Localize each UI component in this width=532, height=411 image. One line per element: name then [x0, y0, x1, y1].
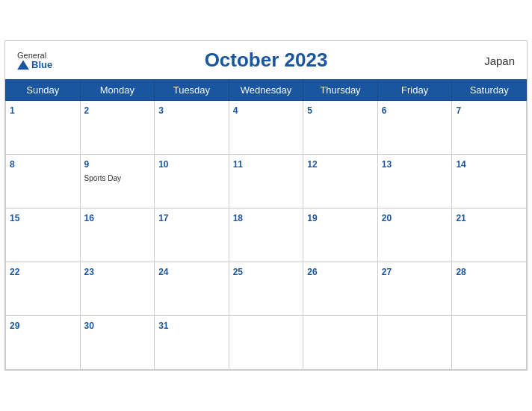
- logo-icon: [17, 60, 29, 70]
- day-header-saturday: Saturday: [452, 80, 527, 101]
- date-number: 3: [158, 105, 164, 116]
- date-number: 11: [233, 159, 243, 170]
- calendar-cell: 29: [6, 316, 81, 370]
- day-headers-row: SundayMondayTuesdayWednesdayThursdayFrid…: [6, 80, 527, 101]
- calendar-cell: [229, 316, 303, 370]
- day-header-monday: Monday: [80, 80, 155, 101]
- calendar-cell: 23: [80, 262, 155, 316]
- week-row-1: 89Sports Day1011121314: [6, 155, 527, 208]
- country-label: Japan: [484, 54, 515, 67]
- calendar-cell: [303, 316, 378, 370]
- date-number: 17: [158, 213, 168, 223]
- calendar-cell: 12: [303, 155, 378, 208]
- date-number: 31: [158, 321, 168, 331]
- date-number: 8: [10, 159, 15, 170]
- date-number: 10: [158, 159, 168, 170]
- date-number: 7: [456, 105, 461, 116]
- calendar-cell: 1: [6, 101, 81, 155]
- event-label: Sports Day: [84, 174, 121, 182]
- calendar-cell: 10: [155, 155, 229, 208]
- date-number: 13: [382, 159, 392, 170]
- calendar-cell: 18: [229, 208, 303, 262]
- calendar-cell: 11: [229, 155, 303, 208]
- calendar-cell: 15: [6, 208, 81, 262]
- date-number: 26: [307, 267, 317, 277]
- calendar-grid: SundayMondayTuesdayWednesdayThursdayFrid…: [5, 79, 527, 370]
- day-header-wednesday: Wednesday: [229, 80, 303, 101]
- calendar-cell: 7: [452, 101, 527, 155]
- date-number: 5: [307, 105, 312, 116]
- calendar-cell: 16: [80, 208, 155, 262]
- date-number: 4: [233, 105, 238, 116]
- calendar-cell: 25: [229, 262, 303, 316]
- date-number: 23: [84, 267, 94, 277]
- week-row-2: 15161718192021: [6, 208, 527, 262]
- calendar-cell: 5: [303, 101, 378, 155]
- date-number: 12: [307, 159, 317, 170]
- date-number: 20: [382, 213, 392, 223]
- calendar-cell: 20: [377, 208, 452, 262]
- calendar-cell: 22: [6, 262, 81, 316]
- date-number: 9: [84, 159, 90, 170]
- calendar-cell: 2: [80, 101, 155, 155]
- date-number: 30: [84, 321, 94, 331]
- svg-marker-0: [17, 60, 29, 69]
- date-number: 14: [456, 159, 466, 170]
- calendar-cell: 30: [80, 316, 155, 370]
- date-number: 16: [84, 213, 94, 223]
- calendar-cell: 4: [229, 101, 303, 155]
- date-number: 27: [382, 267, 392, 277]
- logo-area: General Blue: [17, 50, 52, 69]
- day-header-sunday: Sunday: [6, 80, 81, 101]
- calendar-container: General Blue October 2023 Japan SundayMo…: [4, 40, 528, 371]
- calendar-cell: 21: [452, 208, 527, 262]
- calendar-title: October 2023: [205, 49, 328, 72]
- date-number: 19: [307, 213, 317, 223]
- date-number: 6: [382, 105, 387, 116]
- date-number: 2: [84, 105, 90, 116]
- week-row-4: 293031: [6, 316, 527, 370]
- date-number: 29: [10, 321, 19, 331]
- date-number: 21: [456, 213, 466, 223]
- date-number: 24: [158, 267, 168, 277]
- week-row-3: 22232425262728: [6, 262, 527, 316]
- calendar-cell: 17: [155, 208, 229, 262]
- date-number: 18: [233, 213, 243, 223]
- calendar-cell: 14: [452, 155, 527, 208]
- calendar-header: General Blue October 2023 Japan: [5, 41, 527, 79]
- calendar-cell: 3: [155, 101, 229, 155]
- calendar-cell: 27: [377, 262, 452, 316]
- day-header-tuesday: Tuesday: [155, 80, 229, 101]
- date-number: 1: [10, 105, 15, 116]
- calendar-cell: 6: [377, 101, 452, 155]
- calendar-cell: 8: [6, 155, 81, 208]
- calendar-cell: 26: [303, 262, 378, 316]
- calendar-cell: [452, 316, 527, 370]
- calendar-cell: 24: [155, 262, 229, 316]
- calendar-cell: 13: [377, 155, 452, 208]
- calendar-cell: 28: [452, 262, 527, 316]
- calendar-cell: 9Sports Day: [80, 155, 155, 208]
- week-row-0: 1234567: [6, 101, 527, 155]
- day-header-friday: Friday: [377, 80, 452, 101]
- calendar-cell: 19: [303, 208, 378, 262]
- logo-blue-text: Blue: [31, 59, 52, 69]
- date-number: 15: [10, 213, 19, 223]
- day-header-thursday: Thursday: [303, 80, 378, 101]
- date-number: 22: [10, 267, 19, 277]
- date-number: 25: [233, 267, 243, 277]
- calendar-cell: [377, 316, 452, 370]
- date-number: 28: [456, 267, 466, 277]
- calendar-cell: 31: [155, 316, 229, 370]
